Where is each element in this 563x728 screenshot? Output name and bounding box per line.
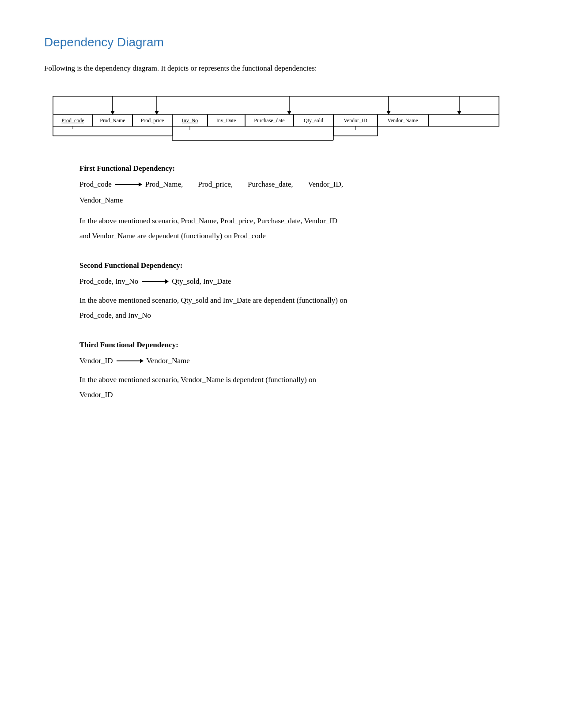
third-dep-arrow [117,360,143,361]
arrow-line-icon [142,281,168,282]
second-dep-left: Prod_code, Inv_No [79,277,138,286]
intro-text: Following is the dependency diagram. It … [44,63,519,74]
svg-marker-8 [287,111,291,115]
svg-text:Prod_code: Prod_code [61,117,84,124]
svg-text:Prod_price: Prod_price [141,117,164,124]
third-dep-right: Vendor_Name [147,356,190,365]
third-dependency-title: Third Functional Dependency: [79,341,519,349]
svg-rect-31 [428,115,499,126]
first-dependency-section: First Functional Dependency: Prod_code P… [79,164,519,244]
svg-text:Inv_Date: Inv_Date [216,117,236,124]
arrow-line-icon [115,184,142,185]
arrow-line-icon [117,360,143,361]
second-dependency-description: In the above mentioned scenario, Qty_sol… [79,293,519,323]
third-dependency-description: In the above mentioned scenario, Vendor_… [79,372,519,402]
svg-text:Qty_sold: Qty_sold [304,117,323,124]
second-dependency-section: Second Functional Dependency: Prod_code,… [79,261,519,323]
first-dep-arrow [115,184,142,185]
first-dependency-description: In the above mentioned scenario, Prod_Na… [79,214,519,244]
diagram-svg: Prod_code Prod_Name Prod_price Inv_No In… [44,87,508,145]
page-title: Dependency Diagram [44,35,519,49]
third-dependency-formula: Vendor_ID Vendor_Name [79,356,519,365]
third-dependency-section: Third Functional Dependency: Vendor_ID V… [79,341,519,402]
svg-text:Vendor_Name: Vendor_Name [387,117,418,124]
first-dep-right2: Vendor_Name [79,196,123,204]
second-dep-right: Qty_sold, Inv_Date [172,277,231,286]
svg-text:Vendor_ID: Vendor_ID [344,117,367,124]
second-dependency-title: Second Functional Dependency: [79,261,519,270]
first-dependency-formula: Prod_code Prod_Name, Prod_price, Purchas… [79,180,519,189]
first-dep-left: Prod_code [79,180,112,189]
second-dep-arrow [142,281,168,282]
third-dep-left: Vendor_ID [79,356,113,365]
svg-text:Purchase_date: Purchase_date [254,117,284,124]
page-container: Dependency Diagram Following is the depe… [0,0,563,455]
first-dependency-title: First Functional Dependency: [79,164,519,173]
svg-marker-4 [110,111,115,115]
svg-text:Inv_No: Inv_No [182,117,198,124]
first-dep-right: Prod_Name, Prod_price, Purchase_date, Ve… [145,180,343,189]
second-dependency-formula: Prod_code, Inv_No Qty_sold, Inv_Date [79,277,519,286]
svg-text:Prod_Name: Prod_Name [100,117,125,124]
svg-marker-12 [457,111,461,115]
dependency-diagram: Prod_code Prod_Name Prod_price Inv_No In… [44,87,519,146]
svg-marker-10 [386,111,391,115]
svg-marker-6 [155,111,159,115]
